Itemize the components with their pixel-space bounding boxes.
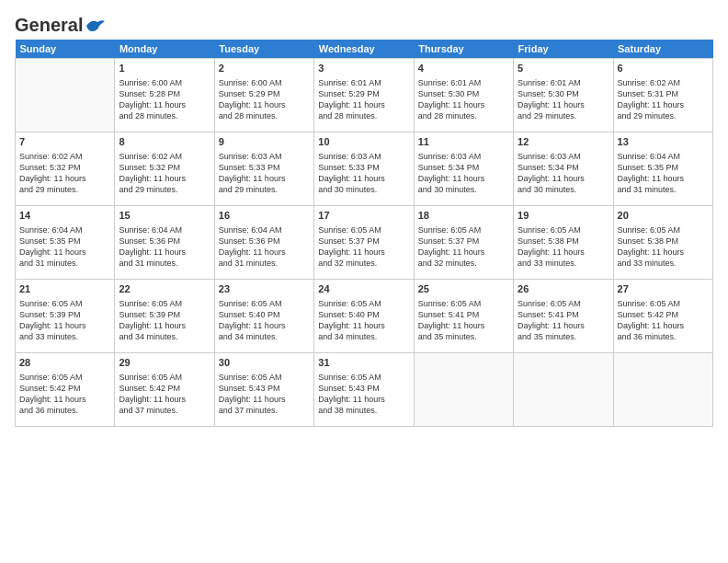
logo: General xyxy=(15,15,105,32)
weekday-header-friday: Friday xyxy=(514,40,613,59)
day-info: Sunrise: 6:05 AMSunset: 5:38 PMDaylight:… xyxy=(618,224,709,270)
calendar-cell: 7Sunrise: 6:02 AMSunset: 5:32 PMDaylight… xyxy=(16,132,115,206)
calendar-cell: 21Sunrise: 6:05 AMSunset: 5:39 PMDayligh… xyxy=(16,280,115,353)
day-number: 1 xyxy=(119,62,210,75)
day-number: 5 xyxy=(518,62,609,75)
weekday-header-tuesday: Tuesday xyxy=(214,40,313,59)
day-number: 23 xyxy=(219,282,310,296)
day-info: Sunrise: 6:02 AMSunset: 5:32 PMDaylight:… xyxy=(119,151,210,196)
day-info: Sunrise: 6:05 AMSunset: 5:40 PMDaylight:… xyxy=(318,298,409,343)
day-info: Sunrise: 6:00 AMSunset: 5:29 PMDaylight:… xyxy=(219,77,310,122)
day-info: Sunrise: 6:03 AMSunset: 5:34 PMDaylight:… xyxy=(518,151,609,196)
day-number: 17 xyxy=(318,209,409,223)
day-number: 19 xyxy=(518,209,609,223)
day-info: Sunrise: 6:05 AMSunset: 5:43 PMDaylight:… xyxy=(219,372,310,417)
day-number: 16 xyxy=(219,209,310,223)
day-number: 21 xyxy=(19,282,110,296)
weekday-header-row: SundayMondayTuesdayWednesdayThursdayFrid… xyxy=(16,40,713,59)
day-info: Sunrise: 6:05 AMSunset: 5:42 PMDaylight:… xyxy=(618,298,709,343)
day-number: 24 xyxy=(318,282,409,296)
calendar-cell: 18Sunrise: 6:05 AMSunset: 5:37 PMDayligh… xyxy=(414,206,513,280)
day-number: 11 xyxy=(418,135,509,149)
logo-bird-icon xyxy=(85,18,105,33)
day-info: Sunrise: 6:03 AMSunset: 5:33 PMDaylight:… xyxy=(219,151,310,196)
calendar-cell: 22Sunrise: 6:05 AMSunset: 5:39 PMDayligh… xyxy=(115,280,214,353)
calendar-cell: 31Sunrise: 6:05 AMSunset: 5:43 PMDayligh… xyxy=(314,353,414,427)
day-number: 2 xyxy=(219,62,310,75)
calendar-cell: 3Sunrise: 6:01 AMSunset: 5:29 PMDaylight… xyxy=(314,59,414,132)
day-number: 3 xyxy=(318,62,409,75)
calendar-week-5: 28Sunrise: 6:05 AMSunset: 5:42 PMDayligh… xyxy=(16,353,713,427)
day-info: Sunrise: 6:05 AMSunset: 5:39 PMDaylight:… xyxy=(119,298,210,343)
day-info: Sunrise: 6:05 AMSunset: 5:41 PMDaylight:… xyxy=(418,298,509,343)
day-info: Sunrise: 6:03 AMSunset: 5:33 PMDaylight:… xyxy=(318,151,409,196)
calendar-body: 1Sunrise: 6:00 AMSunset: 5:28 PMDaylight… xyxy=(16,59,713,427)
calendar-cell: 16Sunrise: 6:04 AMSunset: 5:36 PMDayligh… xyxy=(214,206,313,280)
calendar-cell: 26Sunrise: 6:05 AMSunset: 5:41 PMDayligh… xyxy=(514,280,613,353)
logo-general: General xyxy=(15,15,83,36)
day-info: Sunrise: 6:03 AMSunset: 5:34 PMDaylight:… xyxy=(418,151,509,196)
header: General xyxy=(15,15,713,32)
calendar-week-3: 14Sunrise: 6:04 AMSunset: 5:35 PMDayligh… xyxy=(16,206,713,280)
day-number: 12 xyxy=(518,135,609,149)
day-info: Sunrise: 6:00 AMSunset: 5:28 PMDaylight:… xyxy=(119,77,210,122)
calendar-cell: 23Sunrise: 6:05 AMSunset: 5:40 PMDayligh… xyxy=(214,280,313,353)
calendar-cell: 5Sunrise: 6:01 AMSunset: 5:30 PMDaylight… xyxy=(514,59,613,132)
calendar-week-1: 1Sunrise: 6:00 AMSunset: 5:28 PMDaylight… xyxy=(16,59,713,132)
day-info: Sunrise: 6:02 AMSunset: 5:31 PMDaylight:… xyxy=(618,77,709,122)
weekday-header-thursday: Thursday xyxy=(414,40,513,59)
day-number: 29 xyxy=(119,356,210,370)
day-info: Sunrise: 6:01 AMSunset: 5:29 PMDaylight:… xyxy=(318,77,409,122)
weekday-header-monday: Monday xyxy=(115,40,214,59)
calendar-cell: 1Sunrise: 6:00 AMSunset: 5:28 PMDaylight… xyxy=(115,59,214,132)
calendar-cell: 4Sunrise: 6:01 AMSunset: 5:30 PMDaylight… xyxy=(414,59,513,132)
day-info: Sunrise: 6:04 AMSunset: 5:36 PMDaylight:… xyxy=(219,224,310,270)
day-number: 7 xyxy=(19,135,110,149)
calendar-cell: 9Sunrise: 6:03 AMSunset: 5:33 PMDaylight… xyxy=(214,132,313,206)
day-info: Sunrise: 6:01 AMSunset: 5:30 PMDaylight:… xyxy=(418,77,509,122)
day-number: 15 xyxy=(119,209,210,223)
calendar-cell: 11Sunrise: 6:03 AMSunset: 5:34 PMDayligh… xyxy=(414,132,513,206)
calendar-cell: 10Sunrise: 6:03 AMSunset: 5:33 PMDayligh… xyxy=(314,132,414,206)
day-info: Sunrise: 6:05 AMSunset: 5:37 PMDaylight:… xyxy=(318,224,409,270)
day-info: Sunrise: 6:05 AMSunset: 5:38 PMDaylight:… xyxy=(518,224,609,270)
calendar-cell: 6Sunrise: 6:02 AMSunset: 5:31 PMDaylight… xyxy=(613,59,712,132)
day-number: 31 xyxy=(318,356,409,370)
calendar-cell: 8Sunrise: 6:02 AMSunset: 5:32 PMDaylight… xyxy=(115,132,214,206)
day-info: Sunrise: 6:05 AMSunset: 5:42 PMDaylight:… xyxy=(119,372,210,417)
calendar-cell: 13Sunrise: 6:04 AMSunset: 5:35 PMDayligh… xyxy=(613,132,712,206)
calendar-cell: 20Sunrise: 6:05 AMSunset: 5:38 PMDayligh… xyxy=(613,206,712,280)
day-number: 28 xyxy=(19,356,110,370)
day-number: 14 xyxy=(19,209,110,223)
day-number: 30 xyxy=(219,356,310,370)
weekday-header-sunday: Sunday xyxy=(16,40,115,59)
day-number: 4 xyxy=(418,62,509,75)
day-number: 25 xyxy=(418,282,509,296)
day-info: Sunrise: 6:05 AMSunset: 5:43 PMDaylight:… xyxy=(318,372,409,417)
day-info: Sunrise: 6:05 AMSunset: 5:37 PMDaylight:… xyxy=(418,224,509,270)
calendar-cell xyxy=(613,353,712,427)
day-number: 13 xyxy=(618,135,709,149)
calendar-cell xyxy=(16,59,115,132)
calendar-cell: 27Sunrise: 6:05 AMSunset: 5:42 PMDayligh… xyxy=(613,280,712,353)
calendar-cell: 19Sunrise: 6:05 AMSunset: 5:38 PMDayligh… xyxy=(514,206,613,280)
calendar-week-2: 7Sunrise: 6:02 AMSunset: 5:32 PMDaylight… xyxy=(16,132,713,206)
day-number: 8 xyxy=(119,135,210,149)
day-number: 20 xyxy=(618,209,709,223)
day-info: Sunrise: 6:05 AMSunset: 5:42 PMDaylight:… xyxy=(19,372,110,417)
day-info: Sunrise: 6:05 AMSunset: 5:41 PMDaylight:… xyxy=(518,298,609,343)
calendar-cell: 15Sunrise: 6:04 AMSunset: 5:36 PMDayligh… xyxy=(115,206,214,280)
day-info: Sunrise: 6:04 AMSunset: 5:35 PMDaylight:… xyxy=(19,224,110,270)
calendar-table: SundayMondayTuesdayWednesdayThursdayFrid… xyxy=(15,40,713,427)
calendar-cell: 2Sunrise: 6:00 AMSunset: 5:29 PMDaylight… xyxy=(214,59,313,132)
day-number: 18 xyxy=(418,209,509,223)
calendar-cell: 25Sunrise: 6:05 AMSunset: 5:41 PMDayligh… xyxy=(414,280,513,353)
calendar-cell: 29Sunrise: 6:05 AMSunset: 5:42 PMDayligh… xyxy=(115,353,214,427)
day-number: 27 xyxy=(618,282,709,296)
day-info: Sunrise: 6:04 AMSunset: 5:35 PMDaylight:… xyxy=(618,151,709,196)
page: General SundayMondayTuesdayWednesdayThur… xyxy=(0,0,728,563)
day-number: 6 xyxy=(618,62,709,75)
calendar-cell: 12Sunrise: 6:03 AMSunset: 5:34 PMDayligh… xyxy=(514,132,613,206)
day-info: Sunrise: 6:04 AMSunset: 5:36 PMDaylight:… xyxy=(119,224,210,270)
day-info: Sunrise: 6:01 AMSunset: 5:30 PMDaylight:… xyxy=(518,77,609,122)
